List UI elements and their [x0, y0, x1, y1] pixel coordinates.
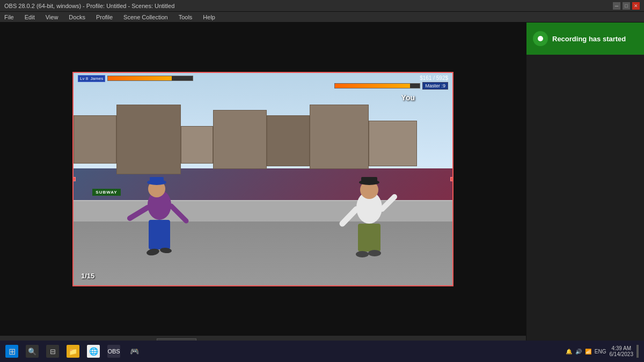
titlebar: OBS 28.0.2 (64-bit, windows) - Profile: …	[0, 0, 644, 12]
maximize-button[interactable]: □	[623, 2, 630, 10]
tray-icon-2[interactable]: 🔊	[575, 349, 582, 354]
titlebar-title: OBS 28.0.2 (64-bit, windows) - Profile: …	[4, 3, 174, 9]
recording-notification: Recording has started	[526, 23, 644, 55]
file-explorer-icon: 📁	[67, 345, 79, 358]
canvas-container: SUBWAY Lv 8 James	[0, 23, 526, 335]
minimize-button[interactable]: ─	[613, 2, 620, 10]
tray-icon-network[interactable]: 📶	[585, 349, 591, 354]
clock-display: 4:39 AM 6/14/2023	[610, 345, 634, 357]
task-view-icon: ⊟	[46, 345, 59, 358]
search-icon: 🔍	[26, 345, 39, 358]
buildings	[74, 105, 452, 189]
close-button[interactable]: ✕	[632, 2, 640, 10]
titlebar-controls[interactable]: ─ □ ✕	[613, 2, 640, 10]
menu-tools[interactable]: Tools	[177, 13, 195, 21]
menu-docks[interactable]: Docks	[67, 13, 87, 21]
windows-taskbar: ⊞ 🔍 ⊟ 📁 🌐 OBS 🎮 🔔 🔊 📶 ENG 4:39 AM 6/14/2…	[0, 341, 644, 362]
tray-language[interactable]: ENG	[595, 349, 606, 354]
taskbar-app-4[interactable]: 🎮	[125, 342, 144, 361]
main-layout: SUBWAY Lv 8 James	[0, 23, 644, 352]
taskbar-app-2[interactable]: 🌐	[84, 342, 103, 361]
menu-file[interactable]: File	[2, 13, 16, 21]
taskbar-app-1[interactable]: 📁	[63, 342, 83, 361]
game-preview: SUBWAY Lv 8 James	[72, 72, 453, 286]
right-panel: Recording has started	[526, 23, 644, 352]
windows-logo-icon: ⊞	[5, 345, 18, 358]
sidewalk	[74, 200, 452, 221]
preview-area: SUBWAY Lv 8 James	[0, 23, 526, 352]
game-icon: 🎮	[128, 345, 141, 358]
system-tray: 🔔 🔊 📶 ENG 4:39 AM 6/14/2023	[562, 345, 642, 358]
start-menu-button[interactable]: ⊞	[2, 342, 21, 361]
search-button[interactable]: 🔍	[23, 342, 42, 361]
show-desktop-btn[interactable]	[636, 345, 639, 358]
tray-icon-1[interactable]: 🔔	[566, 349, 572, 354]
chrome-icon: 🌐	[87, 345, 100, 358]
taskbar-app-3[interactable]: OBS	[104, 342, 123, 361]
clock-date: 6/14/2023	[610, 351, 634, 357]
obs-icon: OBS	[107, 345, 120, 358]
menu-help[interactable]: Help	[201, 13, 217, 21]
task-view-button[interactable]: ⊟	[43, 342, 62, 361]
menubar: File Edit View Docks Profile Scene Colle…	[0, 12, 644, 23]
recording-started-text: Recording has started	[552, 35, 626, 43]
recording-icon	[533, 31, 548, 46]
clock-time: 4:39 AM	[610, 345, 634, 351]
menu-view[interactable]: View	[43, 13, 61, 21]
menu-edit[interactable]: Edit	[23, 13, 37, 21]
city-background: SUBWAY	[74, 73, 452, 285]
menu-scene-collection[interactable]: Scene Collection	[121, 13, 170, 21]
subway-sign: SUBWAY	[92, 189, 120, 196]
menu-profile[interactable]: Profile	[94, 13, 115, 21]
rec-dot	[538, 36, 543, 41]
